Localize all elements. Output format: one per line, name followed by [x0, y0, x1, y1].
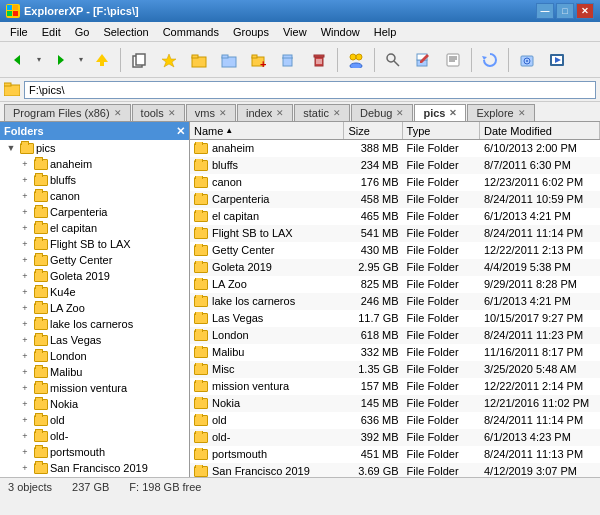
tab-close-7[interactable]: ✕	[518, 108, 526, 118]
folders-close-btn[interactable]: ✕	[176, 125, 185, 138]
tree-item-old[interactable]: + old	[0, 412, 189, 428]
copy-button[interactable]	[125, 46, 153, 74]
tree-item-ku4e[interactable]: + Ku4e	[0, 284, 189, 300]
tree-item-canon[interactable]: + canon	[0, 188, 189, 204]
menu-groups[interactable]: Groups	[227, 23, 275, 41]
new-folder-btn[interactable]: +	[245, 46, 273, 74]
file-row[interactable]: Carpenteria 458 MB File Folder 8/24/2011…	[190, 191, 600, 208]
file-row[interactable]: San Francisco 2019 3.69 GB File Folder 4…	[190, 463, 600, 477]
tree-item-pics[interactable]: ▼ pics	[0, 140, 189, 156]
forward-button[interactable]	[46, 46, 74, 74]
file-row[interactable]: mission ventura 157 MB File Folder 12/22…	[190, 378, 600, 395]
tab-tools[interactable]: tools ✕	[132, 104, 185, 121]
files-list[interactable]: anaheim 388 MB File Folder 6/10/2013 2:0…	[190, 140, 600, 477]
viewer-btn[interactable]	[543, 46, 571, 74]
file-row[interactable]: canon 176 MB File Folder 12/23/2011 6:02…	[190, 174, 600, 191]
file-row[interactable]: Getty Center 430 MB File Folder 12/22/20…	[190, 242, 600, 259]
file-row[interactable]: lake los carneros 246 MB File Folder 6/1…	[190, 293, 600, 310]
tab-close-5[interactable]: ✕	[396, 108, 404, 118]
tab-close-0[interactable]: ✕	[114, 108, 122, 118]
file-row[interactable]: anaheim 388 MB File Folder 6/10/2013 2:0…	[190, 140, 600, 157]
maximize-button[interactable]: □	[556, 3, 574, 19]
file-row[interactable]: bluffs 234 MB File Folder 8/7/2011 6:30 …	[190, 157, 600, 174]
file-row[interactable]: Las Vegas 11.7 GB File Folder 10/15/2017…	[190, 310, 600, 327]
tree-item-bluffs[interactable]: + bluffs	[0, 172, 189, 188]
file-row[interactable]: LA Zoo 825 MB File Folder 9/29/2011 8:28…	[190, 276, 600, 293]
tree-item-elcapitan[interactable]: + el capitan	[0, 220, 189, 236]
tree-item-lasvegas[interactable]: + Las Vegas	[0, 332, 189, 348]
tree-item-missionventura[interactable]: + mission ventura	[0, 380, 189, 396]
file-row[interactable]: Flight SB to LAX 541 MB File Folder 8/24…	[190, 225, 600, 242]
file-row[interactable]: Goleta 2019 2.95 GB File Folder 4/4/2019…	[190, 259, 600, 276]
tree-item-sf2019[interactable]: + San Francisco 2019	[0, 460, 189, 476]
favorites-button[interactable]	[155, 46, 183, 74]
tree-item-portsmouth[interactable]: + portsmouth	[0, 444, 189, 460]
menu-commands[interactable]: Commands	[157, 23, 225, 41]
delete-button[interactable]	[305, 46, 333, 74]
menu-view[interactable]: View	[277, 23, 313, 41]
tree-item-lazoo[interactable]: + LA Zoo	[0, 300, 189, 316]
search-btn[interactable]	[379, 46, 407, 74]
file-row[interactable]: London 618 MB File Folder 8/24/2011 11:2…	[190, 327, 600, 344]
minimize-button[interactable]: —	[536, 3, 554, 19]
drive-btn[interactable]	[513, 46, 541, 74]
tree-item-london[interactable]: + London	[0, 348, 189, 364]
tree-item-goleta[interactable]: + Goleta 2019	[0, 268, 189, 284]
tab-close-6[interactable]: ✕	[449, 108, 457, 118]
tree-item-anaheim[interactable]: + anaheim	[0, 156, 189, 172]
tab-close-4[interactable]: ✕	[333, 108, 341, 118]
tab-close-2[interactable]: ✕	[219, 108, 227, 118]
tab-index[interactable]: index ✕	[237, 104, 293, 121]
tab-static[interactable]: static ✕	[294, 104, 350, 121]
address-input[interactable]	[24, 81, 596, 99]
menu-selection[interactable]: Selection	[97, 23, 154, 41]
tree-item-nokia[interactable]: + Nokia	[0, 396, 189, 412]
menu-window[interactable]: Window	[315, 23, 366, 41]
col-header-name[interactable]: Name ▲	[190, 122, 344, 139]
tree-item-lakeloscarneros[interactable]: + lake los carneros	[0, 316, 189, 332]
file-row[interactable]: Misc 1.35 GB File Folder 3/25/2020 5:48 …	[190, 361, 600, 378]
menu-file[interactable]: File	[4, 23, 34, 41]
tab-pics[interactable]: pics ✕	[414, 104, 466, 121]
svg-point-25	[350, 54, 356, 60]
menu-edit[interactable]: Edit	[36, 23, 67, 41]
file-row[interactable]: old 636 MB File Folder 8/24/2011 11:14 P…	[190, 412, 600, 429]
menu-help[interactable]: Help	[368, 23, 403, 41]
copy2-btn[interactable]	[275, 46, 303, 74]
tree-item-old2[interactable]: + old-	[0, 428, 189, 444]
menu-go[interactable]: Go	[69, 23, 96, 41]
file-row[interactable]: Nokia 145 MB File Folder 12/21/2016 11:0…	[190, 395, 600, 412]
tab-explore[interactable]: Explore ✕	[467, 104, 534, 121]
tree-item-getty[interactable]: + Getty Center	[0, 252, 189, 268]
up-button[interactable]	[88, 46, 116, 74]
tab-vms[interactable]: vms ✕	[186, 104, 236, 121]
forward-dropdown[interactable]: ▾	[76, 46, 86, 74]
file-row[interactable]: old- 392 MB File Folder 6/1/2013 4:23 PM	[190, 429, 600, 446]
tree-item-carpenteria[interactable]: + Carpenteria	[0, 204, 189, 220]
col-header-date[interactable]: Date Modified	[480, 122, 600, 139]
folder-btn[interactable]	[185, 46, 213, 74]
expander-anaheim[interactable]: +	[18, 157, 32, 171]
tab-close-1[interactable]: ✕	[168, 108, 176, 118]
tab-debug[interactable]: Debug ✕	[351, 104, 413, 121]
tab-close-3[interactable]: ✕	[276, 108, 284, 118]
tree-item-malibu[interactable]: + Malibu	[0, 364, 189, 380]
file-row[interactable]: portsmouth 451 MB File Folder 8/24/2011 …	[190, 446, 600, 463]
folder2-btn[interactable]	[215, 46, 243, 74]
tab-program-files[interactable]: Program Files (x86) ✕	[4, 104, 131, 121]
rename-btn[interactable]	[409, 46, 437, 74]
folders-tree[interactable]: ▼ pics + anaheim + bluffs + cano	[0, 140, 189, 477]
properties-btn[interactable]	[439, 46, 467, 74]
refresh-btn[interactable]	[476, 46, 504, 74]
tree-item-sb[interactable]: + SB	[0, 476, 189, 477]
close-button[interactable]: ✕	[576, 3, 594, 19]
file-row[interactable]: Malibu 332 MB File Folder 11/16/2011 8:1…	[190, 344, 600, 361]
col-header-type[interactable]: Type	[403, 122, 480, 139]
expander-pics[interactable]: ▼	[4, 141, 18, 155]
file-row[interactable]: el capitan 465 MB File Folder 6/1/2013 4…	[190, 208, 600, 225]
users-btn[interactable]	[342, 46, 370, 74]
back-button[interactable]	[4, 46, 32, 74]
tree-item-flightsb[interactable]: + Flight SB to LAX	[0, 236, 189, 252]
back-dropdown[interactable]: ▾	[34, 46, 44, 74]
col-header-size[interactable]: Size	[344, 122, 402, 139]
